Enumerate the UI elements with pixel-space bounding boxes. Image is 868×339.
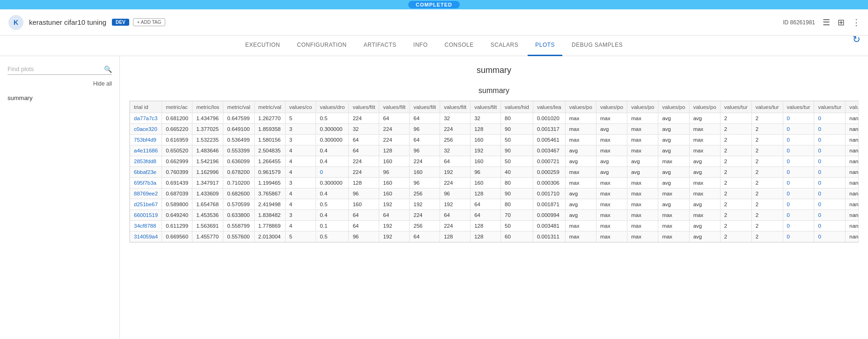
cell-8-8: 192 <box>379 199 410 210</box>
cell-3-9: 96 <box>410 145 440 156</box>
cell-4-12: 50 <box>501 156 533 167</box>
cell-10-7: 64 <box>349 221 379 231</box>
cell-11-11: 128 <box>471 231 501 242</box>
cell-8-11: 64 <box>471 199 501 210</box>
cell-11-0[interactable]: 314059a4 <box>130 231 162 242</box>
cell-6-0[interactable]: 695f7b3a <box>130 178 162 188</box>
cell-7-8: 160 <box>379 188 410 199</box>
cell-9-19: 2 <box>720 210 751 221</box>
tab-debug-samples[interactable]: DEBUG SAMPLES <box>564 36 630 56</box>
refresh-button[interactable]: ↻ <box>853 34 861 45</box>
tab-plots[interactable]: PLOTS <box>528 36 562 56</box>
cell-1-1: 0.665220 <box>162 124 192 135</box>
cell-2-2: 1.532235 <box>192 135 223 145</box>
cell-9-0[interactable]: 66001519 <box>130 210 162 221</box>
col-header-19: values/tur <box>720 101 751 113</box>
cell-10-23: nan <box>846 221 859 231</box>
cell-0-16: max <box>627 113 658 124</box>
cell-10-0[interactable]: 34cf8788 <box>130 221 162 231</box>
cell-10-3: 0.558799 <box>223 221 254 231</box>
hide-all-button[interactable]: Hide all <box>7 80 112 87</box>
cell-0-0[interactable]: da77a7c3 <box>130 113 162 124</box>
cell-10-1: 0.611299 <box>162 221 192 231</box>
cell-8-7: 160 <box>349 199 379 210</box>
cell-3-2: 1.483646 <box>192 145 223 156</box>
tab-console[interactable]: CONSOLE <box>437 36 481 56</box>
cell-1-0[interactable]: c0ace320 <box>130 124 162 135</box>
summary-table: trial idmetric/acmetric/losmetric/valmet… <box>130 101 859 242</box>
cell-6-10: 224 <box>440 178 471 188</box>
cell-8-2: 1.654768 <box>192 199 223 210</box>
cell-11-15: max <box>596 231 627 242</box>
search-container: 🔍 <box>7 64 112 75</box>
cell-9-8: 64 <box>379 210 410 221</box>
cell-3-0[interactable]: a4e11686 <box>130 145 162 156</box>
cell-3-1: 0.650520 <box>162 145 192 156</box>
status-badge: COMPLETED <box>408 1 460 8</box>
cell-0-3: 0.647599 <box>223 113 254 124</box>
menu-icon[interactable]: ⋮ <box>852 17 861 28</box>
cell-2-0[interactable]: 753bf4d9 <box>130 135 162 145</box>
cell-0-5: 5 <box>285 113 316 124</box>
cell-9-9: 224 <box>410 210 440 221</box>
cell-10-11: 128 <box>471 221 501 231</box>
cell-8-5: 4 <box>285 199 316 210</box>
col-header-2: metric/los <box>192 101 223 113</box>
cell-8-20: 2 <box>751 199 783 210</box>
cell-3-20: 2 <box>751 145 783 156</box>
cell-1-19: 2 <box>720 124 751 135</box>
cell-0-2: 1.434796 <box>192 113 223 124</box>
grid-icon[interactable]: ⊞ <box>838 17 845 28</box>
tag-add-button[interactable]: + ADD TAG <box>133 18 166 26</box>
cell-11-16: max <box>627 231 658 242</box>
col-header-3: metric/val <box>223 101 254 113</box>
cell-8-0[interactable]: d251be67 <box>130 199 162 210</box>
cell-4-18: avg <box>689 156 720 167</box>
search-input[interactable] <box>7 64 112 75</box>
cell-0-21: 0 <box>783 113 814 124</box>
table-row: 695f7b3a0.6914391.3479170.7102001.199465… <box>130 178 859 188</box>
cell-8-10: 192 <box>440 199 471 210</box>
tab-artifacts[interactable]: ARTIFACTS <box>356 36 404 56</box>
list-icon[interactable]: ☰ <box>823 17 830 28</box>
cell-8-23: nan <box>846 199 859 210</box>
cell-10-8: 192 <box>379 221 410 231</box>
cell-6-8: 160 <box>379 178 410 188</box>
cell-1-14: max <box>565 124 596 135</box>
cell-2-9: 64 <box>410 135 440 145</box>
cell-11-8: 192 <box>379 231 410 242</box>
cell-2-23: nan <box>846 135 859 145</box>
cell-7-2: 1.433609 <box>192 188 223 199</box>
app-logo: K <box>7 14 24 31</box>
tag-dev: DEV <box>112 19 129 26</box>
tab-info[interactable]: INFO <box>406 36 435 56</box>
cell-3-12: 90 <box>501 145 533 156</box>
cell-11-19: 2 <box>720 231 751 242</box>
cell-4-0[interactable]: 2853fdd8 <box>130 156 162 167</box>
tab-scalars[interactable]: SCALARS <box>483 36 526 56</box>
col-header-10: values/filt <box>440 101 471 113</box>
col-header-21: values/tur <box>783 101 814 113</box>
cell-6-23: nan <box>846 178 859 188</box>
col-header-17: values/po <box>658 101 689 113</box>
cell-7-0[interactable]: 88769ee2 <box>130 188 162 199</box>
cell-2-16: max <box>627 135 658 145</box>
cell-5-0[interactable]: 6bbaf23e <box>130 167 162 178</box>
cell-2-5: 3 <box>285 135 316 145</box>
col-header-18: values/po <box>689 101 720 113</box>
cell-1-10: 224 <box>440 124 471 135</box>
cell-5-16: avg <box>627 167 658 178</box>
cell-0-12: 80 <box>501 113 533 124</box>
cell-10-5: 4 <box>285 221 316 231</box>
tab-configuration[interactable]: CONFIGURATION <box>289 36 354 56</box>
sidebar-item-summary[interactable]: summary <box>7 93 112 103</box>
cell-10-4: 1.778869 <box>254 221 285 231</box>
cell-9-5: 3 <box>285 210 316 221</box>
cell-8-19: 2 <box>720 199 751 210</box>
cell-6-11: 160 <box>471 178 501 188</box>
cell-10-17: max <box>658 221 689 231</box>
cell-1-16: max <box>627 124 658 135</box>
tab-execution[interactable]: EXECUTION <box>238 36 288 56</box>
cell-6-12: 80 <box>501 178 533 188</box>
cell-5-7: 224 <box>349 167 379 178</box>
